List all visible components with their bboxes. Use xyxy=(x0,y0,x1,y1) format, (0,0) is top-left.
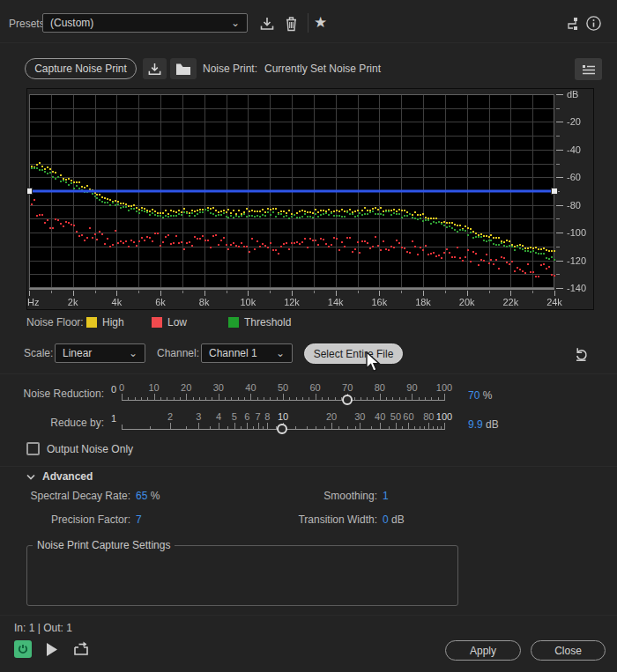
save-preset-icon[interactable] xyxy=(257,15,277,33)
noise-reduction-row: Noise Reduction: 0 010203040506070809010… xyxy=(0,382,617,410)
play-icon xyxy=(46,643,57,656)
legend-swatch-threshold xyxy=(228,317,239,328)
slider-tick-label: 40 xyxy=(235,382,265,393)
scale-value: Linear xyxy=(63,347,123,359)
slider-tick-label: 20 xyxy=(171,382,201,393)
precision-factor-value[interactable]: 7 xyxy=(136,513,142,526)
menu-icon xyxy=(583,64,595,75)
power-icon xyxy=(18,644,28,654)
reduce-by-slider[interactable]: 234567810203040506080100 xyxy=(111,411,457,439)
output-noise-only-label: Output Noise Only xyxy=(47,443,133,455)
reduce-by-row: Reduce by: 1 234567810203040506080100 9.… xyxy=(0,411,617,439)
slider-tick-label: 10 xyxy=(139,382,169,393)
advanced-header[interactable]: Advanced xyxy=(0,469,617,485)
capture-noise-print-button[interactable]: Capture Noise Print xyxy=(25,58,137,79)
nr-slider-handle[interactable] xyxy=(342,395,353,405)
legend-item-low: Low xyxy=(167,316,187,329)
delete-preset-icon[interactable] xyxy=(282,14,300,33)
chevron-down-icon: ⌄ xyxy=(231,18,240,27)
slider-tick-label: 20 xyxy=(316,411,346,422)
channel-label: Channel: xyxy=(157,347,199,359)
channel-value: Channel 1 xyxy=(209,347,271,359)
noise-reduction-dialog: { "presets_bar": { "label": "Presets:", … xyxy=(0,0,617,672)
advanced-title: Advanced xyxy=(42,470,93,483)
folder-icon xyxy=(175,63,191,76)
noise-print-value: Currently Set Noise Print xyxy=(264,63,381,75)
legend-label: Noise Floor: xyxy=(26,316,84,329)
info-icon[interactable] xyxy=(585,15,602,32)
rb-slider-handle[interactable] xyxy=(277,424,287,434)
panel-menu-button[interactable] xyxy=(575,58,602,80)
legend-item-threshold: Threshold xyxy=(244,316,291,329)
presets-dropdown[interactable]: (Custom) ⌄ xyxy=(42,13,248,33)
slider-tick-label: 80 xyxy=(365,382,395,393)
noise-print-label: Noise Print: xyxy=(203,63,257,75)
close-button[interactable]: Close xyxy=(531,640,606,661)
reset-icon[interactable] xyxy=(569,343,592,365)
noise-reduction-slider[interactable]: 0102030405060708090100 xyxy=(111,382,457,410)
slider-tick-label: 70 xyxy=(332,382,362,393)
reduce-by-value[interactable]: 9.9 dB xyxy=(468,418,499,431)
divider xyxy=(0,615,617,616)
smoothing-value[interactable]: 1 xyxy=(383,490,389,502)
channel-dropdown[interactable]: Channel 1 ⌄ xyxy=(201,343,293,363)
advanced-row-1: Spectral Decay Rate: 65 % Smoothing: 1 xyxy=(0,490,617,504)
noise-print-row: Capture Noise Print Noise Print: Current… xyxy=(0,51,617,85)
favorite-star-icon[interactable]: ★ xyxy=(314,13,327,32)
slider-tick-label: 50 xyxy=(268,382,298,393)
noise-floor-graph-frame xyxy=(26,88,594,310)
capture-settings-legend: Noise Print Capture Settings xyxy=(33,539,175,551)
output-noise-only-checkbox[interactable] xyxy=(26,442,40,455)
save-noise-print-icon xyxy=(147,62,162,77)
advanced-row-2: Precision Factor: 7 Transition Width: 0 … xyxy=(0,513,617,528)
legend-item-high: High xyxy=(102,316,124,329)
presets-bar: Presets: (Custom) ⌄ ★ xyxy=(0,0,617,42)
save-noise-print-button[interactable] xyxy=(143,58,167,79)
slider-tick-label: 60 xyxy=(301,382,331,393)
smoothing-label: Smoothing: xyxy=(247,490,377,502)
chevron-down-icon xyxy=(26,474,35,480)
transition-width-value[interactable]: 0 dB xyxy=(383,513,405,526)
routing-icon[interactable] xyxy=(565,16,581,32)
toolbar-separator xyxy=(308,13,308,33)
divider xyxy=(0,373,617,374)
preview-play-button[interactable] xyxy=(44,641,58,657)
slider-tick-label: 100 xyxy=(429,411,459,422)
reduce-by-label: Reduce by: xyxy=(0,417,104,429)
select-entire-file-button[interactable]: Select Entire File xyxy=(304,343,403,364)
spectral-decay-label: Spectral Decay Rate: xyxy=(0,490,130,502)
noise-reduction-value[interactable]: 70 % xyxy=(468,389,492,402)
divider xyxy=(0,466,617,467)
scale-dropdown[interactable]: Linear ⌄ xyxy=(55,343,145,363)
legend-swatch-low xyxy=(152,317,162,328)
legend-swatch-high xyxy=(86,317,97,328)
slider-tick-label: 0 xyxy=(107,382,137,393)
slider-tick-label: 2 xyxy=(155,411,185,422)
scale-channel-row: Scale: Linear ⌄ Channel: Channel 1 ⌄ Sel… xyxy=(0,342,617,368)
chevron-down-icon: ⌄ xyxy=(129,349,138,358)
apply-button[interactable]: Apply xyxy=(445,640,521,661)
noise-reduction-label: Noise Reduction: xyxy=(0,388,104,400)
chevron-down-icon: ⌄ xyxy=(276,349,285,358)
slider-tick-label: 100 xyxy=(429,382,459,393)
noise-floor-graph[interactable] xyxy=(27,89,593,309)
presets-value: (Custom) xyxy=(50,17,226,29)
loop-playback-icon xyxy=(73,640,89,656)
precision-factor-label: Precision Factor: xyxy=(0,513,130,526)
slider-tick-label: 90 xyxy=(397,382,427,393)
effect-power-toggle[interactable] xyxy=(14,640,32,658)
load-noise-print-button[interactable] xyxy=(170,58,197,79)
noise-print-capture-settings: Noise Print Capture Settings FFT Size: 5… xyxy=(26,539,458,606)
slider-tick-label: 30 xyxy=(204,382,234,393)
transition-width-label: Transition Width: xyxy=(247,513,377,526)
noise-floor-legend: Noise Floor: High Low Threshold xyxy=(26,315,591,331)
io-status: In: 1 | Out: 1 xyxy=(14,622,72,634)
scale-label: Scale: xyxy=(24,347,53,359)
spectral-decay-value[interactable]: 65 % xyxy=(136,490,160,502)
output-noise-only-row: Output Noise Only xyxy=(0,440,617,462)
slider-tick-label: 10 xyxy=(268,411,298,422)
divider xyxy=(0,42,617,43)
loop-playback-button[interactable] xyxy=(72,639,90,657)
